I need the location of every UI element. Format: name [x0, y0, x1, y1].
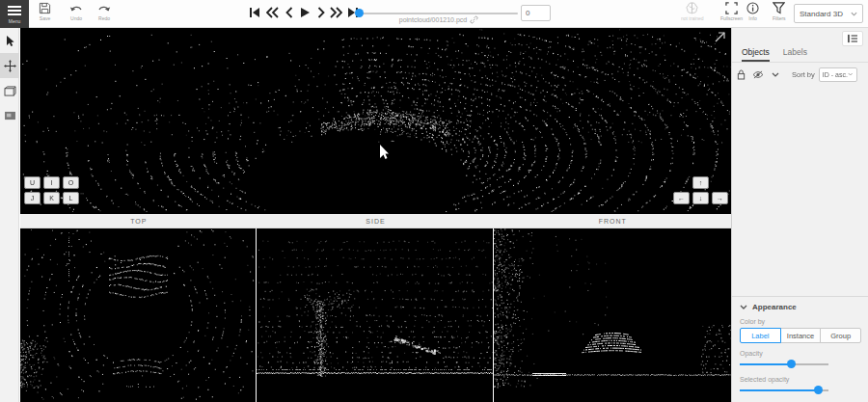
opacity-fill: [740, 363, 791, 365]
tab-objects[interactable]: Objects: [742, 44, 770, 62]
chevron-down-icon: [740, 305, 747, 309]
appearance-header[interactable]: Appearance: [740, 303, 861, 311]
color-by-label-option[interactable]: Label: [740, 328, 781, 343]
key-k-button[interactable]: K: [43, 192, 60, 204]
undo-button[interactable]: Undo: [69, 2, 83, 27]
chevron-down-icon: [851, 12, 857, 16]
save-label: Save: [40, 15, 50, 21]
appearance-section: Appearance Color by Label Instance Group…: [732, 296, 868, 402]
expand-list-button[interactable]: [767, 67, 784, 81]
timeline-track: [357, 13, 518, 14]
image-tool[interactable]: [0, 103, 19, 128]
objects-panel: Objects Labels Sort by ID - asc... Appea…: [731, 28, 868, 402]
key-i-button[interactable]: I: [43, 176, 60, 189]
main-3d-view[interactable]: [20, 28, 731, 214]
fast-backward-button[interactable]: [264, 5, 280, 20]
top-view-label: TOP: [20, 214, 258, 228]
filter-icon: [773, 2, 785, 14]
front-view-label: FRONT: [494, 214, 731, 228]
opacity-thumb[interactable]: [787, 360, 796, 368]
step-backward-button[interactable]: [282, 5, 297, 20]
opacity-slider[interactable]: [740, 361, 828, 369]
hide-all-button[interactable]: [749, 67, 767, 81]
pan-arrowpad: ↑ ← ↓ →: [673, 176, 728, 204]
side-view-label: SIDE: [258, 214, 495, 228]
chevron-down-icon: [772, 72, 779, 77]
color-by-instance-option[interactable]: Instance: [780, 328, 822, 343]
filters-label: Filters: [773, 15, 786, 21]
eye-off-icon: [752, 70, 764, 79]
select-tool[interactable]: [0, 28, 19, 53]
arrow-up-button[interactable]: ↑: [692, 176, 709, 189]
redo-button[interactable]: Redo: [97, 2, 111, 27]
skip-start-button[interactable]: [247, 5, 262, 20]
rotate-keypad: U I O J K L: [24, 176, 79, 207]
pointer-icon: [5, 35, 15, 47]
cuboid-tool[interactable]: [0, 78, 19, 103]
key-o-button[interactable]: O: [63, 176, 79, 189]
cuboid-icon: [4, 86, 16, 96]
color-by-group-option[interactable]: Group: [820, 328, 861, 343]
step-forward-icon: [317, 7, 325, 18]
tool-sidebar: [0, 28, 19, 402]
selected-opacity-thumb[interactable]: [814, 386, 823, 394]
lock-icon: [737, 69, 746, 80]
filters-button[interactable]: Filters: [773, 2, 786, 27]
arrow-right-button[interactable]: →: [712, 192, 728, 204]
side-ortho-view[interactable]: [257, 228, 493, 402]
menu-button[interactable]: Menu: [0, 0, 29, 28]
sort-by-label: Sort by: [792, 70, 815, 79]
menu-label: Menu: [9, 18, 21, 24]
chevron-down-icon: [848, 72, 853, 76]
link-icon[interactable]: [470, 15, 478, 24]
lock-all-button[interactable]: [732, 67, 749, 81]
fast-forward-icon: [330, 7, 342, 18]
skip-start-icon: [249, 7, 260, 18]
save-icon: [39, 2, 51, 14]
top-toolbar: Menu Save Undo Redo: [0, 0, 868, 28]
appearance-title: Appearance: [752, 303, 797, 311]
redo-label: Redo: [98, 15, 110, 21]
arrow-down-button[interactable]: ↓: [692, 192, 709, 204]
fullscreen-icon: [725, 2, 738, 14]
key-j-button[interactable]: J: [24, 192, 41, 204]
tab-labels[interactable]: Labels: [783, 44, 807, 62]
selected-opacity-fill: [740, 389, 818, 391]
move-tool[interactable]: [0, 53, 19, 78]
fullscreen-button[interactable]: Fullscreen: [720, 2, 743, 27]
undo-icon: [69, 2, 83, 14]
timeline-thumb[interactable]: [355, 9, 364, 17]
current-file-label: pointcloud/001210.pcd: [366, 15, 511, 24]
selected-opacity-label: Selected opacity: [740, 376, 861, 383]
info-button[interactable]: Info: [746, 2, 759, 27]
key-u-button[interactable]: U: [24, 176, 41, 189]
top-ortho-view[interactable]: [20, 228, 256, 402]
fast-forward-button[interactable]: [328, 5, 343, 20]
not-trained-label: not trained: [681, 15, 704, 21]
brain-icon: [685, 2, 699, 14]
opacity-label: Opacity: [740, 350, 861, 357]
arrow-left-button[interactable]: ←: [673, 192, 690, 204]
move-icon: [4, 60, 16, 72]
panel-tabs: Objects Labels: [732, 44, 868, 63]
fullscreen-label: Fullscreen: [720, 15, 743, 21]
play-button[interactable]: [297, 5, 312, 20]
info-label: Info: [748, 15, 756, 21]
info-icon: [746, 2, 759, 14]
save-button[interactable]: Save: [39, 2, 51, 27]
step-backward-icon: [285, 7, 293, 18]
annotation-app: Menu Save Undo Redo: [0, 0, 868, 402]
redo-icon: [97, 2, 111, 14]
color-by-segmented: Label Instance Group: [740, 328, 861, 343]
view-mode-dropdown[interactable]: Standard 3D: [794, 4, 863, 23]
front-ortho-view[interactable]: [494, 228, 731, 402]
fast-backward-icon: [266, 7, 279, 18]
key-l-button[interactable]: L: [63, 192, 79, 204]
sort-dropdown[interactable]: ID - asc...: [819, 67, 857, 82]
frame-number-input[interactable]: [521, 5, 551, 21]
list-controls: Sort by ID - asc...: [732, 65, 868, 84]
selected-opacity-slider[interactable]: [740, 387, 828, 395]
panel-list-icon: [847, 34, 858, 43]
view-mode-value: Standard 3D: [800, 10, 843, 18]
step-forward-button[interactable]: [313, 5, 329, 20]
